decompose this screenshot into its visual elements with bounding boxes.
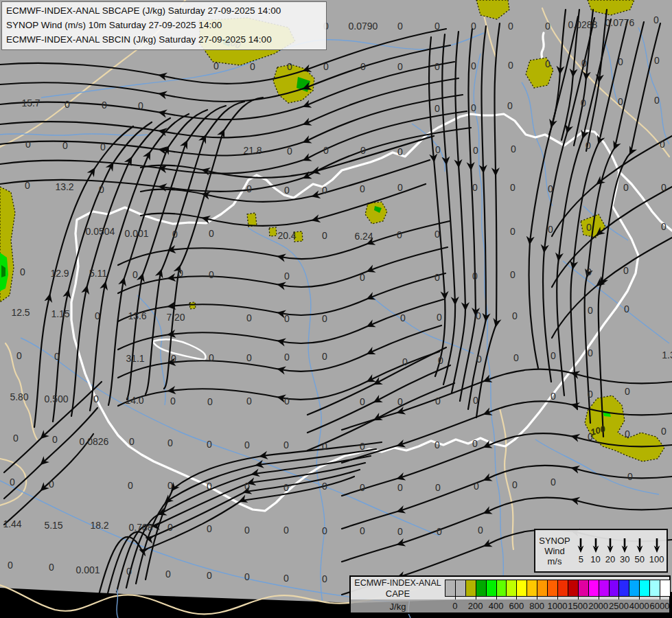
wind-legend-scale: 510203050100 xyxy=(574,537,667,564)
down-arrow-icon xyxy=(576,537,586,553)
cape-legend-units: J/kg xyxy=(351,602,445,612)
cape-tick-label: 2000 xyxy=(588,601,608,611)
down-arrow-icon xyxy=(652,537,662,553)
cape-tick-label: 200 xyxy=(468,601,483,611)
cape-tick-label: 600 xyxy=(509,601,524,611)
wind-speed-label: 5 xyxy=(579,554,583,564)
cape-legend-product: ECMWF-INDEX-ANAL xyxy=(351,578,445,588)
cape-colour-box xyxy=(599,580,610,597)
cape-colour-box xyxy=(445,580,456,597)
cape-colour-box xyxy=(465,580,476,597)
wind-speed-label: 30 xyxy=(620,554,629,564)
wind-speed-item: 30 xyxy=(620,537,629,564)
down-arrow-icon xyxy=(591,537,601,553)
cape-tick xyxy=(618,597,619,599)
cape-colour-box xyxy=(568,580,579,597)
cape-colour-box xyxy=(649,580,660,597)
cape-tick xyxy=(476,597,476,599)
cape-colour-box xyxy=(476,580,487,597)
cape-colour-box xyxy=(618,580,629,597)
title-line-wind: SYNOP Wind (m/s) 10m Saturday 27-09-2025… xyxy=(6,18,321,32)
cape-colour-box xyxy=(578,580,589,597)
cape-colour-box xyxy=(547,580,558,597)
cape-tick-label: 400 xyxy=(489,601,504,611)
cape-tick xyxy=(599,597,599,599)
wind-legend: SYNOP Wind m/s 510203050100 xyxy=(534,529,668,573)
cape-tick xyxy=(660,597,660,599)
cape-colour-box xyxy=(486,580,497,597)
down-arrow-icon xyxy=(635,537,645,553)
wind-speed-item: 20 xyxy=(605,537,615,564)
cape-legend-parameter: CAPE xyxy=(351,588,445,599)
cape-tick-label: 2500 xyxy=(609,601,629,611)
cape-tick xyxy=(578,597,579,599)
cape-colour-box xyxy=(506,580,517,597)
cape-tick-label: 0 xyxy=(452,601,457,611)
map-canvas xyxy=(0,0,672,618)
cape-tick xyxy=(516,597,517,599)
cape-colour-box xyxy=(639,580,650,597)
cape-colour-box xyxy=(537,580,548,597)
cape-tick-label: 800 xyxy=(529,601,544,611)
title-line-sbcape: ECMWF-INDEX-ANAL SBCAPE (J/kg) Saturday … xyxy=(6,3,321,18)
wind-speed-label: 100 xyxy=(649,554,664,564)
down-arrow-icon xyxy=(605,537,615,553)
wind-speed-label: 50 xyxy=(634,554,644,564)
wind-legend-line-2: Wind xyxy=(535,546,574,556)
cape-tick-label: 1500 xyxy=(568,601,588,611)
cape-tick xyxy=(455,597,456,599)
title-line-sbcin: ECMWF-INDEX-ANAL SBCIN (J/kg) Saturday 2… xyxy=(6,32,321,47)
wind-legend-title: SYNOP Wind m/s xyxy=(535,536,574,566)
cape-colour-box xyxy=(660,580,671,597)
wind-speed-item: 10 xyxy=(590,537,600,564)
cape-colour-box xyxy=(557,580,568,597)
wind-speed-label: 20 xyxy=(605,554,615,564)
wind-speed-item: 50 xyxy=(634,537,644,564)
cape-tick xyxy=(639,597,640,599)
cape-tick xyxy=(496,597,497,599)
wind-speed-item: 100 xyxy=(649,537,664,564)
cape-tick xyxy=(537,597,537,599)
cape-colour-box xyxy=(516,580,527,597)
cape-tick-label: 6000 xyxy=(650,601,670,611)
wind-speed-label: 10 xyxy=(590,554,600,564)
wind-speed-item: 5 xyxy=(576,537,586,564)
cape-colour-box xyxy=(629,580,640,597)
wind-legend-line-3: m/s xyxy=(535,556,574,566)
cape-colour-box xyxy=(526,580,537,597)
cape-legend: ECMWF-INDEX-ANAL CAPE J/kg 0200400600800… xyxy=(349,575,671,614)
cape-colour-box xyxy=(588,580,599,597)
cape-colour-box xyxy=(455,580,466,597)
cape-tick-label: 4000 xyxy=(629,601,649,611)
cape-tick-label: 1000 xyxy=(548,601,568,611)
weather-map-screenshot: 00.0790000000.02880.07760000000000000015… xyxy=(0,0,672,618)
cape-tick xyxy=(557,597,558,599)
cape-colour-box xyxy=(609,580,620,597)
cape-colour-box xyxy=(496,580,507,597)
wind-legend-line-1: SYNOP xyxy=(535,536,574,546)
down-arrow-icon xyxy=(620,537,629,553)
title-box: ECMWF-INDEX-ANAL SBCAPE (J/kg) Saturday … xyxy=(1,1,327,50)
